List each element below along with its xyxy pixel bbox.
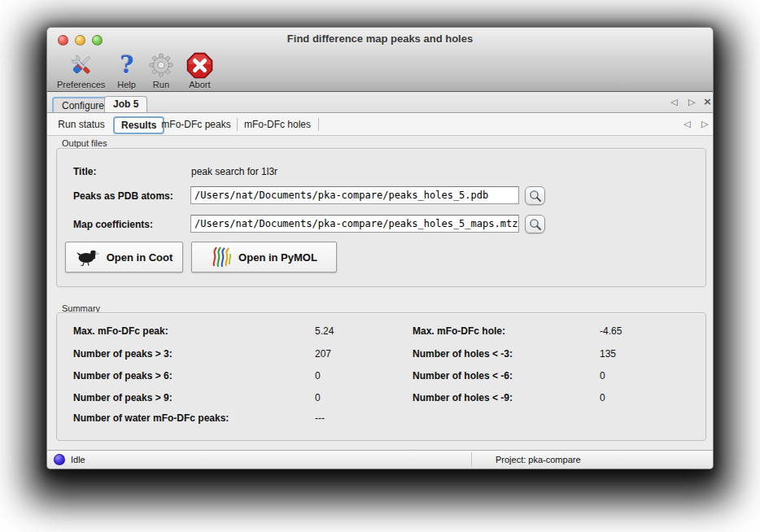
pdb-field-label: Peaks as PDB atoms: (73, 190, 173, 202)
output-files-groupbox: Title: peak search for 1l3r Peaks as PDB… (56, 148, 706, 287)
summary-value: 0 (600, 392, 605, 403)
status-bar-divider (471, 452, 472, 467)
desktop-background: Find difference map peaks and holes (0, 0, 760, 532)
window-header: Find difference map peaks and holes (47, 28, 713, 92)
subtab-separator (318, 118, 319, 131)
summary-value: 0 (315, 392, 321, 403)
summary-value: -4.65 (600, 325, 622, 337)
summary-value: --- (315, 412, 325, 424)
summary-value: 135 (600, 348, 616, 360)
map-browse-button[interactable] (525, 215, 545, 233)
project-label: Project: pka-compare (496, 455, 581, 464)
subtab-scroll-right-icon[interactable]: ▷ (701, 119, 708, 129)
summary-label: Max. mFo-DFc peak: (73, 325, 168, 337)
subtab-mfo-dfc-peaks[interactable]: mFo-DFc peaks (161, 117, 231, 132)
subtab-separator (237, 118, 238, 131)
summary-row: Number of water mFo-DFc peaks: --- (57, 412, 705, 429)
title-field-value: peak search for 1l3r (191, 166, 277, 177)
status-indicator-icon (54, 454, 65, 465)
abort-icon (186, 51, 213, 79)
summary-row: Number of peaks > 9: 0 Number of holes <… (57, 392, 705, 408)
title-field-label: Title: (73, 166, 96, 177)
preferences-button[interactable]: Preferences (54, 51, 108, 89)
open-in-coot-button[interactable]: Open in Coot (65, 242, 183, 273)
pdb-path-input[interactable]: /Users/nat/Documents/pka-compare/peaks_h… (190, 186, 519, 204)
summary-row: Max. mFo-DFc peak: 5.24 Max. mFo-DFc hol… (57, 325, 705, 342)
summary-label: Number of peaks > 6: (73, 370, 173, 382)
tab-configure-label: Configure (62, 100, 104, 111)
summary-row: Number of peaks > 6: 0 Number of holes <… (57, 370, 705, 386)
gear-icon (148, 51, 174, 79)
summary-value: 5.24 (315, 325, 334, 337)
tab-close-icon[interactable]: × (703, 95, 712, 107)
summary-label: Max. mFo-DFc hole: (413, 325, 505, 337)
summary-label: Number of peaks > 3: (73, 348, 173, 360)
sub-tab-bar: Run status Results mFo-DFc peaks mFo-DFc… (47, 113, 713, 136)
help-button[interactable]: ? Help (114, 51, 139, 89)
tools-icon (68, 51, 95, 79)
map-field-label: Map coefficients: (73, 219, 153, 230)
abort-label: Abort (189, 80, 210, 89)
pymol-ribbon-icon (211, 246, 232, 268)
help-label: Help (117, 80, 136, 89)
app-window: Find difference map peaks and holes (46, 27, 714, 469)
open-in-pymol-label: Open in PyMOL (238, 251, 317, 264)
summary-label: Number of water mFo-DFc peaks: (73, 412, 229, 424)
pdb-browse-button[interactable] (525, 186, 545, 205)
magnifier-icon (529, 190, 542, 203)
tab-scroll-right-icon[interactable]: ▷ (688, 97, 695, 107)
magnifier-icon (529, 218, 542, 231)
abort-button[interactable]: Abort (183, 51, 216, 89)
subtab-mfo-dfc-holes[interactable]: mFo-DFc holes (243, 117, 312, 132)
open-in-pymol-button[interactable]: Open in PyMOL (191, 242, 337, 273)
help-icon: ? (120, 51, 133, 79)
summary-value: 207 (315, 348, 331, 360)
results-panel: Output files Title: peak search for 1l3r… (47, 136, 713, 450)
tab-job-5[interactable]: Job 5 (104, 96, 147, 112)
preferences-label: Preferences (57, 80, 105, 89)
main-tab-bar: Configure Job 5 ◁ ▷ × (47, 92, 713, 113)
summary-groupbox: Max. mFo-DFc peak: 5.24 Max. mFo-DFc hol… (56, 312, 706, 441)
window-title: Find difference map peaks and holes (47, 33, 713, 45)
summary-value: 0 (600, 370, 605, 382)
title-bar[interactable]: Find difference map peaks and holes (47, 28, 713, 50)
subtab-scroll-left-icon[interactable]: ◁ (684, 119, 690, 129)
toolbar: Preferences ? Help (54, 51, 216, 92)
status-text: Idle (71, 455, 85, 464)
summary-label: Number of peaks > 9: (73, 392, 173, 403)
map-path-input[interactable]: /Users/nat/Documents/pka-compare/peaks_h… (190, 215, 519, 233)
subtab-results[interactable]: Results (113, 116, 164, 134)
summary-label: Number of holes < -3: (413, 348, 513, 360)
summary-label: Number of holes < -9: (413, 392, 513, 403)
run-button[interactable]: Run (145, 51, 177, 89)
summary-label: Number of holes < -6: (413, 370, 513, 382)
coot-bird-icon (76, 248, 100, 266)
tab-job-5-label: Job 5 (113, 98, 138, 110)
summary-value: 0 (315, 370, 321, 382)
output-files-group-label: Output files (62, 138, 107, 148)
status-bar: Idle Project: pka-compare (47, 450, 713, 469)
subtab-run-status[interactable]: Run status (58, 117, 105, 132)
open-in-coot-label: Open in Coot (107, 251, 173, 264)
run-label: Run (153, 80, 169, 89)
summary-row: Number of peaks > 3: 207 Number of holes… (57, 348, 705, 364)
tab-scroll-left-icon[interactable]: ◁ (670, 97, 677, 107)
